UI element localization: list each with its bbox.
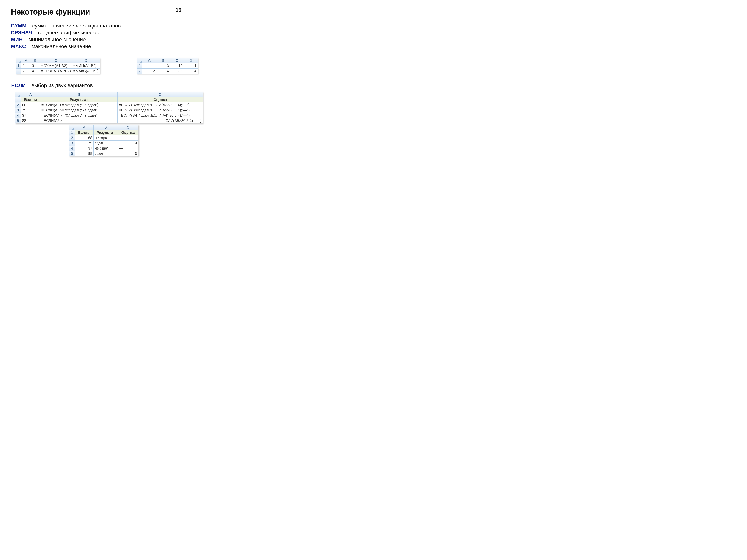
- def-sum: СУММ – сумма значений ячеек и диапазонов: [11, 22, 121, 29]
- row-num: 3: [15, 108, 21, 113]
- header-cell: Баллы: [21, 97, 40, 103]
- header-cell: Баллы: [75, 130, 94, 135]
- kw-max: МАКС: [11, 44, 26, 49]
- table-row: 1 1 3 10 1: [137, 63, 198, 69]
- row-num: 2: [16, 69, 22, 74]
- table-row: 4 37 не сдал —: [69, 146, 138, 151]
- cell: 37: [75, 146, 94, 151]
- kw-if: ЕСЛИ: [11, 82, 26, 88]
- row-num: 5: [15, 118, 21, 124]
- table-row: 5 88 сдал 5: [69, 151, 138, 156]
- row-num: 5: [69, 151, 75, 156]
- cell: не сдал: [94, 146, 118, 151]
- header-cell: Оценка: [118, 97, 203, 103]
- def-avg: СРЗНАЧ – среднее арифметическое: [11, 29, 121, 36]
- cell: =ЕСЛИ(A2>=70;"сдал";"не сдал"): [40, 103, 118, 108]
- table-if-formulas: A B C 1 Баллы Результат Оценка 2 68 =ЕСЛ…: [15, 92, 203, 124]
- row-num: 1: [15, 97, 21, 103]
- cell: 2: [143, 69, 156, 74]
- table-row: 4 37 =ЕСЛИ(A4>=70;"сдал";"не сдал") =ЕСЛ…: [15, 113, 203, 118]
- table-if-results: A B C 1 Баллы Результат Оценка 2 68 не с…: [69, 125, 138, 156]
- cell: 2,5: [170, 69, 184, 74]
- cell: 75: [75, 140, 94, 146]
- cell: 37: [21, 113, 40, 118]
- cell: 5: [118, 151, 138, 156]
- desc-max: – максимальное значение: [26, 44, 91, 49]
- desc-min: – минимальное значение: [23, 36, 86, 43]
- cell: 1: [22, 63, 31, 69]
- def-max: МАКС – максимальное значение: [11, 43, 121, 50]
- header-cell: Результат: [40, 97, 118, 103]
- table-row: 2 68 =ЕСЛИ(A2>=70;"сдал";"не сдал") =ЕСЛ…: [15, 103, 203, 108]
- table-row: 1 1 3 =СУММ(A1:B2) =МИН(A1:B2): [16, 63, 100, 69]
- desc-avg: – среднее арифметическое: [32, 30, 101, 35]
- corner-cell: [16, 58, 22, 63]
- kw-sum: СУММ: [11, 23, 27, 29]
- table-row: 1 Баллы Результат Оценка: [15, 97, 203, 103]
- table-formulas: A B C D 1 1 3 =СУММ(A1:B2) =МИН(A1:B2) 2…: [16, 58, 100, 74]
- row-num: 1: [69, 130, 75, 135]
- cell: =ЕСЛИ(B2="сдал";ЕСЛИ(A2>80;5;4);"—"): [118, 103, 203, 108]
- slide-title: Некоторые функции: [11, 7, 90, 17]
- cell: =МАКС(A1:B2): [72, 69, 100, 74]
- row-num: 2: [137, 69, 143, 74]
- row-num: 4: [69, 146, 75, 151]
- cell: 3: [156, 63, 170, 69]
- kw-avg: СРЗНАЧ: [11, 30, 32, 35]
- table-row: 1 Баллы Результат Оценка: [69, 130, 138, 135]
- cell: =ЕСЛИ(A5>=: [40, 118, 118, 124]
- kw-min: МИН: [11, 36, 23, 43]
- cell: 1: [143, 63, 156, 69]
- cell: 68: [75, 135, 94, 140]
- desc-sum: – сумма значений ячеек и диапазонов: [27, 23, 121, 29]
- col-A: A: [75, 125, 94, 130]
- col-C: C: [40, 58, 72, 63]
- row-num: 1: [16, 63, 22, 69]
- cell: 88: [75, 151, 94, 156]
- cell: 88: [21, 118, 40, 124]
- cell: 4: [118, 140, 138, 146]
- cell: 4: [31, 69, 40, 74]
- cell: 68: [21, 103, 40, 108]
- row-num: 2: [69, 135, 75, 140]
- table-row: 5 88 =ЕСЛИ(A5>= СЛИ(A5>80;5;4);"—"): [15, 118, 203, 124]
- row-num: 4: [15, 113, 21, 118]
- col-C: C: [118, 125, 138, 130]
- col-C: C: [118, 92, 203, 97]
- table-row: 3 75 =ЕСЛИ(A3>=70;"сдал";"не сдал") =ЕСЛ…: [15, 108, 203, 113]
- col-B: B: [31, 58, 40, 63]
- cell: 2: [22, 69, 31, 74]
- row-num: 1: [137, 63, 143, 69]
- cell: —: [118, 135, 138, 140]
- table-row: 2 2 4 2,5 4: [137, 69, 198, 74]
- cell: 1: [184, 63, 198, 69]
- table-row: 2 68 не сдал —: [69, 135, 138, 140]
- col-A: A: [143, 58, 156, 63]
- cell: =СУММ(A1:B2): [40, 63, 72, 69]
- table-row: 3 75 сдал 4: [69, 140, 138, 146]
- corner-cell: [69, 125, 75, 130]
- cell: =ЕСЛИ(A4>=70;"сдал";"не сдал"): [40, 113, 118, 118]
- cell: СЛИ(A5>80;5;4);"—"): [118, 118, 203, 124]
- row-num: 3: [69, 140, 75, 146]
- cell: не сдал: [94, 135, 118, 140]
- cell: сдал: [94, 140, 118, 146]
- cell: сдал: [94, 151, 118, 156]
- header-cell: Результат: [94, 130, 118, 135]
- corner-cell: [15, 92, 21, 97]
- cell: 4: [184, 69, 198, 74]
- cell: 3: [31, 63, 40, 69]
- desc-if: – выбор из двух вариантов: [26, 82, 93, 88]
- col-D: D: [72, 58, 100, 63]
- cell: =ЕСЛИ(B3="сдал";ЕСЛИ(A3>80;5;4);"—"): [118, 108, 203, 113]
- col-D: D: [184, 58, 198, 63]
- cell: 75: [21, 108, 40, 113]
- col-A: A: [21, 92, 40, 97]
- page-number: 15: [176, 7, 181, 13]
- cell: =МИН(A1:B2): [72, 63, 100, 69]
- col-B: B: [40, 92, 118, 97]
- col-B: B: [94, 125, 118, 130]
- col-B: B: [156, 58, 170, 63]
- cell: 4: [156, 69, 170, 74]
- cell: =ЕСЛИ(A3>=70;"сдал";"не сдал"): [40, 108, 118, 113]
